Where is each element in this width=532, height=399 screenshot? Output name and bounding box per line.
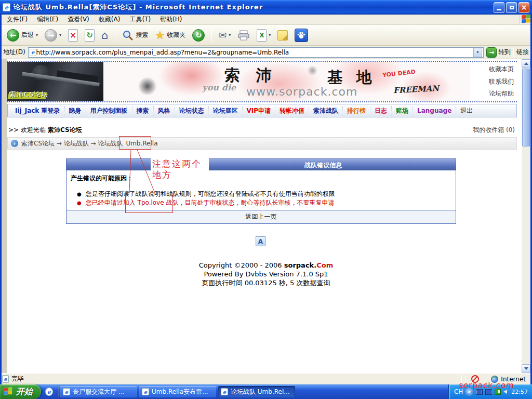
annotation-box-umbrella [119,136,151,150]
menu-favorites[interactable]: 收藏(A) [94,14,125,25]
address-bar: 地址(D) e ▾ → 转到 链接 [0,46,532,59]
start-button[interactable]: 开始 [0,384,41,399]
scrollbar-thumb[interactable] [522,69,530,147]
banner-you-dead-text: YOU DEAD [382,69,416,79]
taskbar: 开始 e e 丧尸服交流大厅-... e Umb.Rella安布雷... e 论… [0,384,532,399]
nav-ranking[interactable]: 排行榜 [343,107,370,115]
nav-forum-status[interactable]: 论坛状态 [175,107,209,115]
toolbar-separator [115,28,115,43]
restore-button[interactable] [506,2,517,13]
nav-logout[interactable]: 退出 [456,107,477,115]
nav-search[interactable]: 搜索 [132,107,154,115]
mail-icon: ✉ [219,30,227,41]
minimize-icon [497,9,501,10]
breadcrumb-path[interactable]: 索沛CS论坛 → 论坛战队 → 论坛战队 [21,139,123,148]
sticky-note-icon [277,30,288,41]
scroll-up-button[interactable] [522,59,530,68]
refresh-button[interactable]: ↻ [82,26,97,44]
home-button[interactable]: ⌂ [99,26,111,44]
minimize-button[interactable] [494,2,504,13]
task-buttons: e 丧尸服交流大厅-... e Umb.Rella安布雷... e 论坛战队 U… [60,386,295,397]
mail-dropdown-icon[interactable]: ▾ [229,33,231,37]
history-button[interactable]: ↻ [190,26,207,44]
error-reason-title: 产生错误的可能原因： [71,174,451,183]
links-toolbar-label[interactable]: 链接 [516,48,529,57]
menu-edit[interactable]: 编辑(E) [32,14,63,25]
edit-button[interactable]: X ▾ [254,26,273,44]
banner-artwork[interactable]: 索 沛 基 地 you die www.sorpack.com YOU DEAD… [103,62,470,101]
task-button-2[interactable]: e Umb.Rella安布雷... [139,386,216,397]
notes-button[interactable] [275,26,290,44]
task-button-3-active[interactable]: e 论坛战队 Umb.Rel... [218,386,295,397]
start-label: 开始 [16,387,33,397]
nav-transfer-recharge[interactable]: 转帐冲值 [275,107,309,115]
menu-file[interactable]: 文件(F) [2,14,32,25]
window-frame-left [0,15,2,384]
edit-dropdown-icon[interactable]: ▾ [269,33,271,37]
nav-clan[interactable]: 索沛战队 [309,107,343,115]
address-input[interactable] [36,48,473,57]
nav-invisible[interactable]: 隐身 [65,107,86,115]
a-image-icon[interactable]: A [256,236,265,246]
volume-icon[interactable] [503,390,507,394]
forward-dropdown-icon[interactable]: ▾ [59,33,61,37]
home-icon: ⌂ [101,30,108,41]
back-button[interactable]: ← 后退 ▾ [4,26,41,44]
favorites-button[interactable]: ★ 收藏夹 [152,26,188,44]
scroll-up-icon [524,62,528,65]
vertical-scrollbar[interactable] [522,59,530,373]
my-inbox-link[interactable]: 我的收件箱 (0) [473,126,515,135]
task-ie-icon: e [142,388,149,395]
page-footer: Copyright ©2000 - 2006 sorpack.Com Power… [0,261,532,287]
bookmark-page-link[interactable]: 收藏本页 [489,65,514,74]
print-button[interactable] [235,26,252,44]
ie-window-icon: e [3,3,10,11]
forum-banner: 索沛CS论坛 索 沛 基 地 you die www.sorpack.com Y… [7,61,517,102]
nav-user-control-panel[interactable]: 用户控制面板 [86,107,132,115]
back-dropdown-icon[interactable]: ▾ [36,33,38,37]
forum-help-link[interactable]: 论坛帮助 [489,89,514,98]
window-title: 论坛战队 Umb.Rella[索沛CS论坛] - Microsoft Inter… [14,3,492,12]
contact-us-link[interactable]: 联系我们 [489,77,514,86]
favorites-star-icon: ★ [155,29,165,42]
status-page-icon: e [2,375,9,383]
address-dropdown-icon: ▾ [476,50,478,55]
close-icon: × [521,3,527,11]
nav-user-relogin[interactable]: Iij_Jack 重登录 [11,107,65,115]
stop-button[interactable]: × [65,26,81,44]
brand-name[interactable]: sorpack. [284,261,316,269]
refresh-icon: ↻ [85,29,95,42]
nav-style[interactable]: 风格 [154,107,175,115]
menu-bar: 文件(F) 编辑(E) 查看(V) 收藏(A) 工具(T) 帮助(H) [0,15,532,25]
annotation-box-tpolove [125,193,173,213]
scroll-down-button[interactable] [522,364,530,373]
forum-logo-image[interactable]: 索沛CS论坛 [7,62,103,101]
close-button[interactable]: × [518,2,529,13]
address-dropdown-button[interactable]: ▾ [473,48,482,57]
search-button[interactable]: 搜索 [119,26,151,44]
mail-button[interactable]: ✉ ▾ [216,26,233,44]
go-button[interactable]: → 转到 [486,47,511,58]
windows-logo-icon [520,15,530,24]
paw-toolbar-button[interactable] [292,26,311,44]
nav-casino[interactable]: 赌场 [392,107,413,115]
brand-tld[interactable]: Com [316,261,333,269]
banner-freeman-text: FREEMAN [393,84,439,96]
menu-tools[interactable]: 工具(T) [125,14,155,25]
banner-you-die-text: you die [203,83,236,92]
nav-language[interactable]: Language [413,107,456,114]
menu-view[interactable]: 查看(V) [63,14,94,25]
task-button-1[interactable]: e 丧尸服交流大厅-... [60,386,137,397]
task-ie-icon: e [221,388,228,395]
scroll-down-icon [524,367,528,370]
quick-launch-ie-icon[interactable]: e [45,388,53,396]
nav-forum-zone[interactable]: 论坛展区 [209,107,243,115]
nav-vip-apply[interactable]: VIP申请 [243,107,276,115]
error-box-header: 战队错误信息 [66,159,456,170]
menu-help[interactable]: 帮助(H) [155,14,187,25]
banner-links: 收藏本页 联系我们 论坛帮助 [470,62,517,101]
task-ie-icon: e [63,388,70,395]
nav-blog[interactable]: 日志 [370,107,392,115]
forum-nav-bar: Iij_Jack 重登录 隐身 用户控制面板 搜索 风格 论坛状态 论坛展区 V… [7,104,517,117]
forward-button[interactable]: → ▾ [42,26,64,44]
